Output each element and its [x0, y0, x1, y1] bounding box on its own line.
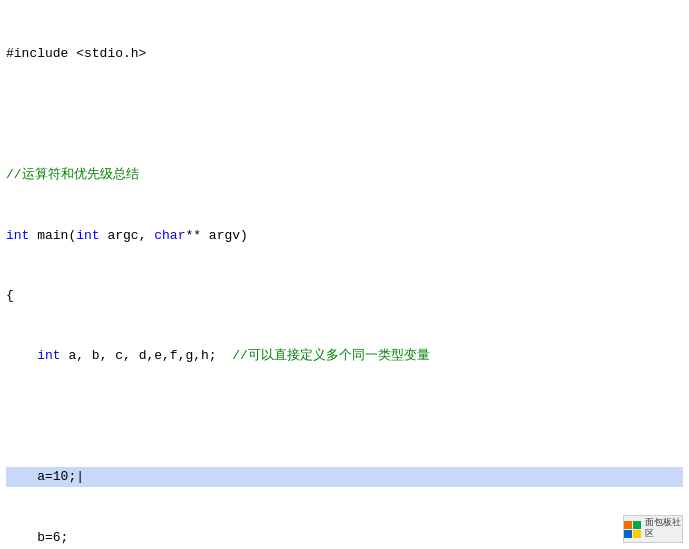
logo-squares	[624, 521, 641, 538]
line-blank-1	[6, 105, 683, 125]
logo-text: 面包板社区	[645, 518, 682, 540]
line-main: int main(int argc, char** argv)	[6, 226, 683, 246]
line-a-assign: a=10;|	[6, 467, 683, 487]
logo-badge: 面包板社区	[623, 515, 683, 543]
line-comment-1: //运算符和优先级总结	[6, 165, 683, 185]
line-brace: {	[6, 286, 683, 306]
line-1: #include <stdio.h>	[6, 44, 683, 64]
line-blank-2	[6, 407, 683, 427]
line-vars: int a, b, c, d,e,f,g,h; //可以直接定义多个同一类型变量	[6, 346, 683, 366]
logo-sq-4	[633, 530, 641, 538]
logo-sq-3	[624, 530, 632, 538]
code-editor: #include <stdio.h> //运算符和优先级总结 int main(…	[0, 0, 689, 549]
code-content: #include <stdio.h> //运算符和优先级总结 int main(…	[0, 0, 689, 549]
logo-sq-2	[633, 521, 641, 529]
line-b-assign: b=6;	[6, 528, 683, 548]
logo-sq-1	[624, 521, 632, 529]
